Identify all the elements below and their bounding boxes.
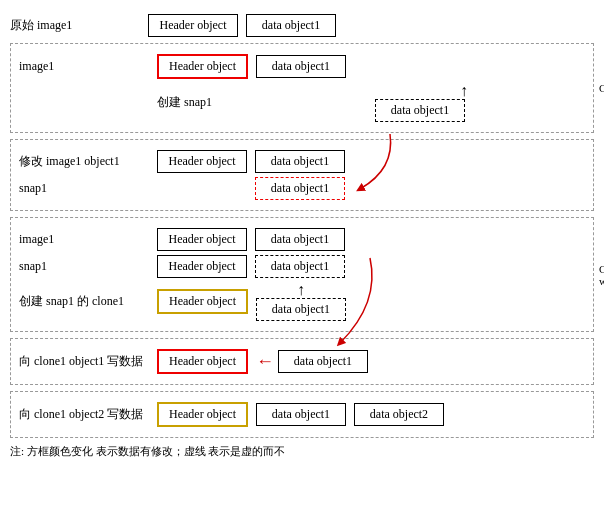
box-header-modify: Header object xyxy=(157,150,247,173)
box-header-image1-s1: Header object xyxy=(157,54,248,79)
label-snap1-s3: snap1 xyxy=(19,259,149,274)
label-write-clone1-obj1: 向 clone1 object1 写数据 xyxy=(19,353,149,370)
arrow-left-s4: ← xyxy=(256,351,274,372)
box-data-original: data object1 xyxy=(246,14,336,37)
section-original: 原始 image1 Header object data object1 xyxy=(10,14,594,37)
section-create-clone1: image1 Header object data object1 snap1 … xyxy=(10,217,594,332)
label-image1-s1: image1 xyxy=(19,59,149,74)
box-data-image1-s1: data object1 xyxy=(256,55,346,78)
section-create-snap1: image1 Header object data object1 创建 sna… xyxy=(10,43,594,133)
side-note-s1: Copy-on-write xyxy=(599,82,604,94)
footnote: 注: 方框颜色变化 表示数据有修改；虚线 表示是虚的而不 xyxy=(10,444,594,459)
section-write-clone1-obj1: 向 clone1 object1 写数据 Header object ← dat… xyxy=(10,338,594,385)
label-snap1-s1: 创建 snap1 xyxy=(157,94,212,111)
label-snap1-s2: snap1 xyxy=(19,181,149,196)
arrow-up-clone1: ↑ xyxy=(297,282,305,298)
box-data1-write-clone1-obj2: data object1 xyxy=(256,403,346,426)
side-note-s3: Copy-on-write then write xyxy=(599,263,604,287)
section-write-clone1-obj2: 向 clone1 object2 写数据 Header object data … xyxy=(10,391,594,438)
arrow-up-s1: ↑ xyxy=(460,83,468,99)
box-data-image1-s3: data object1 xyxy=(255,228,345,251)
box-data-write-clone1-obj1: data object1 xyxy=(278,350,368,373)
curved-arrow-s2 xyxy=(320,129,400,199)
box-header-clone1-s3: Header object xyxy=(157,289,248,314)
curved-arrow-s4 xyxy=(310,253,390,353)
label-modify-image1: 修改 image1 object1 xyxy=(19,153,149,170)
box-data2-write-clone1-obj2: data object2 xyxy=(354,403,444,426)
section-modify-image1: 修改 image1 object1 Header object data obj… xyxy=(10,139,594,211)
box-header-write-clone1-obj1: Header object xyxy=(157,349,248,374)
box-data-snap1-s1: data object1 xyxy=(375,99,465,122)
label-original: 原始 image1 xyxy=(10,17,140,34)
box-header-snap1-s3: Header object xyxy=(157,255,247,278)
box-header-write-clone1-obj2: Header object xyxy=(157,402,248,427)
label-image1-s3: image1 xyxy=(19,232,149,247)
box-header-image1-s3: Header object xyxy=(157,228,247,251)
label-write-clone1-obj2: 向 clone1 object2 写数据 xyxy=(19,406,149,423)
box-header-original: Header object xyxy=(148,14,238,37)
label-clone1-s3: 创建 snap1 的 clone1 xyxy=(19,293,149,310)
